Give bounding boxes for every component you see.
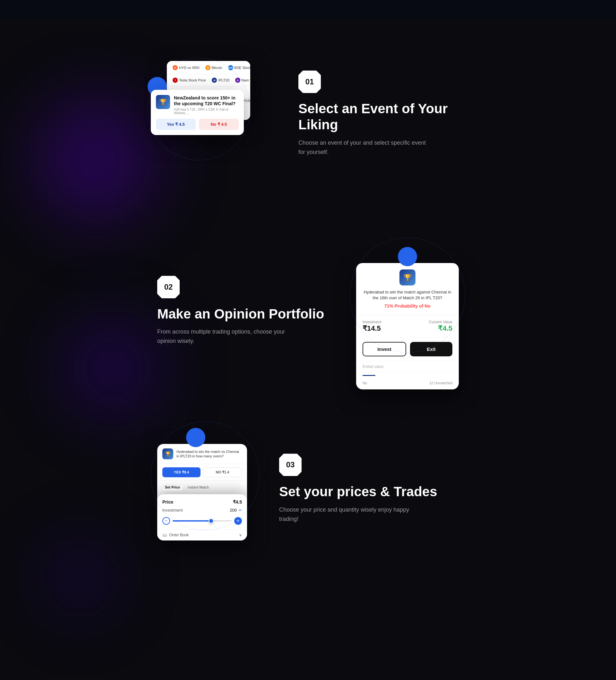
tab-bse[interactable]: BSE BSE Stocks: [226, 64, 250, 71]
bse-icon: BSE: [228, 65, 233, 70]
nam-icon: N: [235, 78, 240, 83]
price-popup: Price ₹4.5 Investment 200 ✏ −: [157, 494, 247, 540]
blue-dot-2: [398, 247, 417, 266]
event-title: NewZealand to score 150+ in the upcoming…: [174, 95, 239, 107]
tab-bse-label: BSE Stocks: [234, 66, 250, 69]
slider-track[interactable]: [173, 520, 232, 521]
edit-icon[interactable]: ✏: [239, 508, 242, 513]
step-2-desc: From across multiple trading options, ch…: [157, 327, 292, 346]
event-logo-t20: 🏆: [156, 95, 170, 109]
step-1-content: 01 Select an Event of Your Liking Choose…: [298, 51, 459, 157]
tab-set-price[interactable]: Set Price: [162, 484, 183, 490]
card-divider: [363, 375, 375, 376]
trade-question-text: Hyderabad to win the match vs Chennai in…: [176, 449, 242, 459]
btn-exit[interactable]: Exit: [410, 342, 452, 356]
tab-tesla[interactable]: T Tesla Stock Price: [171, 77, 208, 84]
btn-invest[interactable]: Invest: [363, 342, 406, 356]
event-btns: Yes ₹ 4.5 No ₹ 4.5: [156, 119, 239, 130]
blue-dot-3: [186, 428, 205, 447]
tabs-row-1: H HYD vs SRH ₿ Bitcoin BSE BSE Stocks: [167, 61, 250, 74]
order-book-row[interactable]: 📖 Order Book ∨: [157, 529, 247, 540]
tab-instant-match[interactable]: Instant Match: [185, 484, 212, 490]
invest-row: Investment ₹14.5 Current Value ₹4.5: [356, 315, 459, 337]
price-row: Price ₹4.5: [162, 500, 242, 505]
no-unmatched-row: No 12 Unmatched: [356, 378, 459, 389]
btn-trade-yes[interactable]: YES ₹8.4: [162, 468, 200, 477]
step-3-desc: Choose your price and quantity wisely en…: [279, 505, 414, 524]
step-3-content: 03 Set your prices & Trades Choose your …: [279, 434, 459, 523]
inv-value-edit: 200 ✏: [230, 508, 242, 513]
trade-option-btns: YES ₹8.4 NO ₹1.4: [157, 464, 247, 481]
invest-card-event-text: Hyderabad to win the match against Chenn…: [363, 289, 452, 301]
price-label: Price: [162, 500, 173, 505]
current-value-amount: ₹4.5: [429, 324, 452, 333]
inv-value: 200: [230, 508, 237, 513]
trade-logo: 🏆: [162, 448, 173, 459]
btn-no-s1[interactable]: No ₹ 4.5: [199, 119, 239, 130]
ipl-icon: M: [212, 78, 217, 83]
trade-card: 🏆 Hyderabad to win the match vs Chennai …: [157, 444, 247, 540]
event-popup-header: 🏆 NewZealand to score 150+ in the upcomi…: [156, 95, 239, 115]
current-value-label: Current Value: [429, 320, 452, 324]
invest-card-probability: 71% Probability of No: [363, 304, 452, 309]
book-icon: 📖: [162, 533, 167, 537]
btn-yes-s1[interactable]: Yes ₹ 4.5: [156, 119, 196, 130]
slider-fill: [173, 520, 211, 521]
tab-btc[interactable]: ₿ Bitcoin: [203, 64, 224, 71]
invest-card-logo: 🏆: [399, 270, 416, 285]
event-popup-1: 🏆 NewZealand to score 150+ in the upcomi…: [151, 90, 244, 135]
tab-tesla-label: Tesla Stock Price: [179, 78, 206, 82]
tab-btc-label: Bitcoin: [212, 66, 222, 69]
event-subtitle: H2H last 5 T20 : SRH 1-CSK 4, Fall of Wi…: [174, 108, 239, 115]
tab-nam[interactable]: N Nam vs R: [233, 77, 250, 84]
investment-amount: ₹14.5: [363, 324, 382, 333]
step-1-title: Select an Event of Your Liking: [298, 101, 459, 133]
tab-nam-label: Nam vs R: [242, 78, 250, 82]
step-2-title: Make an Opinion Portfolio: [157, 306, 331, 322]
step-3-title: Set your prices & Trades: [279, 484, 459, 500]
step-3-badge: 03: [279, 454, 302, 476]
investment-label: Investment: [363, 320, 382, 324]
invest-actions: Invest Exit: [356, 337, 459, 361]
tab-ipl-label: IPLT20: [218, 78, 229, 82]
btn-trade-no[interactable]: NO ₹1.4: [203, 468, 242, 477]
invest-card-top: 🏆 Hyderabad to win the match against Che…: [356, 263, 459, 315]
unmatched-label: 12 Unmatched: [429, 381, 452, 385]
order-book-label: 📖 Order Book: [162, 533, 189, 537]
slider-plus-btn[interactable]: +: [234, 517, 242, 525]
tabs-row-2: T Tesla Stock Price M IPLT20 N Nam vs R: [167, 74, 250, 87]
inv-label: Investment: [162, 508, 183, 513]
tab-hyd-label: HYD vs SRH: [179, 66, 200, 69]
tab-ipl[interactable]: M IPLT20: [210, 77, 231, 84]
btc-icon: ₿: [205, 65, 211, 70]
step-2-content: 02 Make an Opinion Portfolio From across…: [157, 257, 331, 346]
tesla-icon: T: [173, 78, 178, 83]
hyd-icon: H: [173, 65, 178, 70]
chevron-down-icon: ∨: [239, 533, 242, 537]
set-price-tabs: Set Price Instant Match: [157, 481, 247, 494]
exited-row: Exited value: [356, 361, 459, 372]
step-1-desc: Choose an event of your and select speci…: [298, 138, 433, 157]
exited-value-label: Exited value: [363, 364, 383, 369]
trade-card-header: 🏆 Hyderabad to win the match vs Chennai …: [157, 444, 247, 464]
filter-youtube-label: Youtube: [243, 99, 250, 102]
investment-row: Investment 200 ✏: [162, 508, 242, 513]
no-label: No: [363, 381, 367, 385]
slider-thumb[interactable]: [208, 518, 214, 523]
invest-card: 🏆 Hyderabad to win the match against Che…: [356, 263, 459, 389]
price-value: ₹4.5: [233, 500, 242, 505]
slider-minus-btn[interactable]: −: [162, 517, 170, 525]
tab-hyd[interactable]: H HYD vs SRH: [171, 64, 201, 71]
order-book-text: Order Book: [169, 533, 189, 537]
step-1-badge: 01: [298, 70, 321, 93]
slider-container: − +: [162, 517, 242, 525]
step-2-badge: 02: [157, 276, 180, 298]
